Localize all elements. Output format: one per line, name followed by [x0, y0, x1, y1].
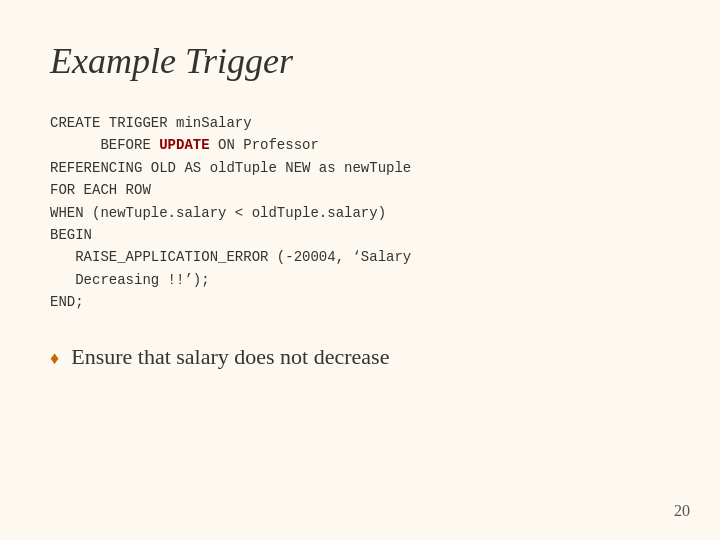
code-block: CREATE TRIGGER minSalary BEFORE UPDATE O…: [50, 112, 670, 314]
code-line-8: Decreasing !!’);: [50, 269, 670, 291]
code-line-1: CREATE TRIGGER minSalary: [50, 112, 670, 134]
code-line-5: WHEN (newTuple.salary < oldTuple.salary): [50, 202, 670, 224]
bullet-section: ♦ Ensure that salary does not decrease: [50, 344, 670, 370]
code-line-6: BEGIN: [50, 224, 670, 246]
bullet-text: Ensure that salary does not decrease: [71, 344, 389, 370]
code-line-2: BEFORE UPDATE ON Professor: [50, 134, 670, 156]
bullet-icon: ♦: [50, 348, 59, 369]
slide-container: Example Trigger CREATE TRIGGER minSalary…: [0, 0, 720, 540]
code-line-7: RAISE_APPLICATION_ERROR (-20004, ‘Salary: [50, 246, 670, 268]
code-line-4: FOR EACH ROW: [50, 179, 670, 201]
page-number: 20: [674, 502, 690, 520]
slide-title: Example Trigger: [50, 40, 670, 82]
code-line-9: END;: [50, 291, 670, 313]
code-line-3: REFERENCING OLD AS oldTuple NEW as newTu…: [50, 157, 670, 179]
